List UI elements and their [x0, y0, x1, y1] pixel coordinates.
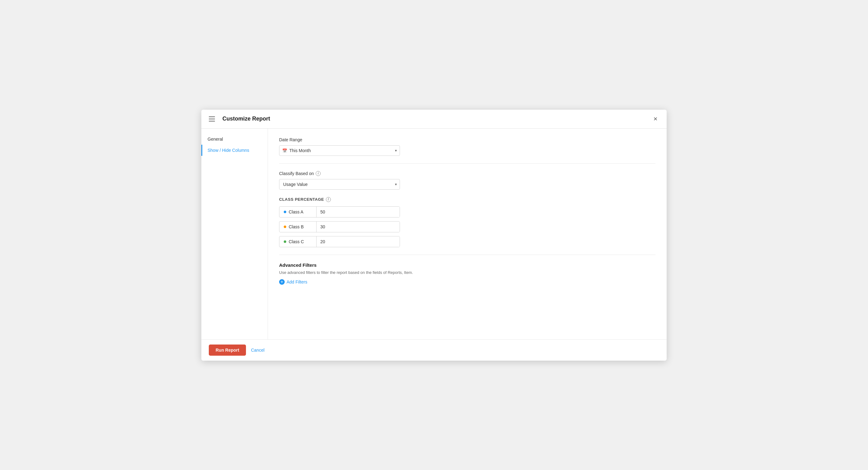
advanced-filters-section: Advanced Filters Use advanced filters to… — [279, 262, 655, 285]
date-range-select[interactable]: This Month — [279, 145, 400, 156]
classify-info-icon[interactable]: i — [316, 171, 321, 176]
advanced-filters-desc: Use advanced filters to filter the repor… — [279, 270, 655, 275]
hamburger-icon[interactable] — [208, 114, 217, 124]
class-a-row: Class A — [279, 206, 400, 218]
sidebar-item-show-hide-columns[interactable]: Show / Hide Columns — [202, 145, 268, 156]
modal-title: Customize Report — [222, 116, 651, 122]
modal-footer: Run Report Cancel — [202, 339, 666, 361]
class-percentage-info-icon[interactable]: i — [326, 197, 331, 202]
classify-select[interactable]: Usage Value — [279, 179, 400, 190]
class-c-label: Class C — [279, 237, 317, 247]
section-divider-1 — [279, 163, 655, 164]
date-range-section: Date Range 📅 This Month ▾ — [279, 137, 655, 156]
run-report-button[interactable]: Run Report — [209, 345, 246, 356]
date-range-wrapper: 📅 This Month ▾ — [279, 145, 400, 156]
cancel-button[interactable]: Cancel — [251, 348, 265, 352]
add-filters-button[interactable]: + Add Filters — [279, 279, 307, 285]
class-b-input[interactable] — [317, 221, 400, 232]
class-b-row: Class B — [279, 221, 400, 232]
sidebar-item-general[interactable]: General — [202, 133, 268, 145]
class-b-label: Class B — [279, 221, 317, 232]
modal-header: Customize Report × — [202, 110, 666, 129]
modal-container: Customize Report × General Show / Hide C… — [202, 110, 666, 361]
advanced-filters-title: Advanced Filters — [279, 262, 655, 268]
add-circle-icon: + — [279, 279, 285, 285]
classify-wrapper: Usage Value ▾ — [279, 179, 400, 190]
class-a-dot — [284, 211, 286, 213]
close-icon[interactable]: × — [651, 114, 660, 124]
class-percentage-section: CLASS PERCENTAGE i Class A Class B — [279, 197, 655, 247]
class-c-row: Class C — [279, 236, 400, 247]
class-b-dot — [284, 225, 286, 228]
class-a-input[interactable] — [317, 207, 400, 217]
class-a-label: Class A — [279, 207, 317, 217]
class-c-input[interactable] — [317, 237, 400, 247]
sidebar: General Show / Hide Columns — [202, 129, 268, 339]
classify-section: Classify Based on i Usage Value ▾ — [279, 171, 655, 190]
content-area: Date Range 📅 This Month ▾ Classify Based… — [268, 129, 666, 339]
date-range-label: Date Range — [279, 137, 655, 142]
class-c-dot — [284, 241, 286, 243]
section-divider-2 — [279, 255, 655, 255]
modal-body: General Show / Hide Columns Date Range 📅… — [202, 129, 666, 339]
class-percentage-title: CLASS PERCENTAGE i — [279, 197, 655, 202]
classify-label: Classify Based on i — [279, 171, 655, 176]
